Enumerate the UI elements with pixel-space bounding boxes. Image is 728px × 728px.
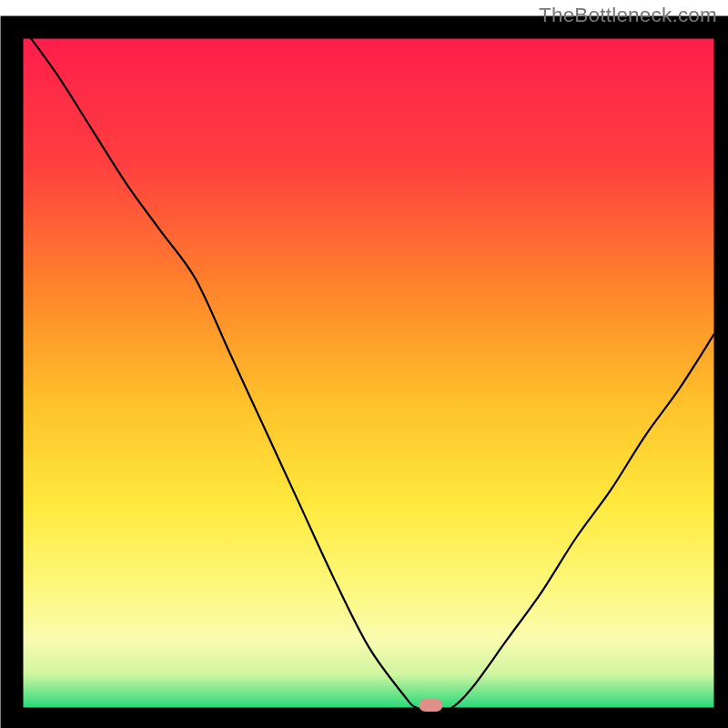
watermark-label: TheBottleneck.com [539, 4, 717, 27]
chart-background [23, 27, 714, 708]
optimal-marker [419, 699, 442, 712]
chart-container: TheBottleneck.com [0, 0, 728, 728]
chart-svg [0, 0, 728, 728]
